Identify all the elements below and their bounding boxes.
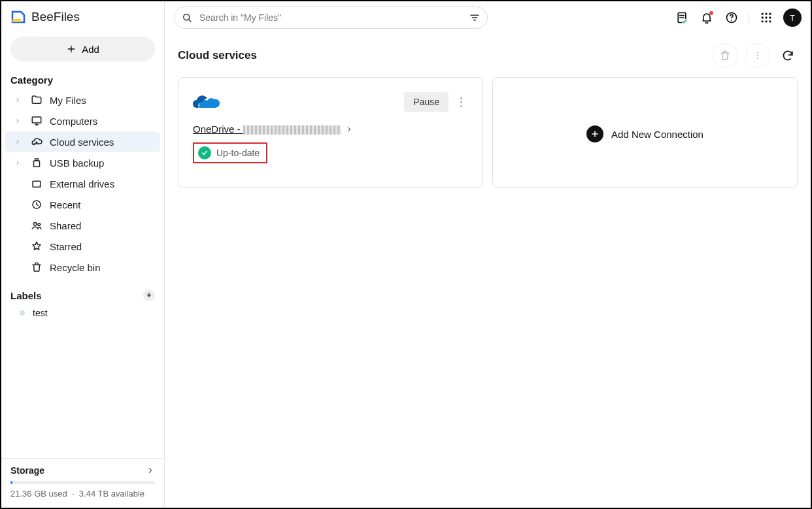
delete-button[interactable]	[713, 43, 737, 68]
category-nav: My FilesComputersCloud servicesUSB backu…	[1, 90, 164, 278]
svg-point-17	[762, 16, 764, 18]
refresh-button[interactable]	[778, 46, 798, 65]
sidebar-item-label: USB backup	[50, 157, 104, 169]
svg-point-22	[769, 20, 771, 22]
add-connection-card[interactable]: Add New Connection	[492, 77, 798, 188]
sidebar-item-folder[interactable]: My Files	[5, 90, 160, 110]
monitor-icon	[30, 114, 43, 127]
sidebar-item-label: Recent	[50, 199, 81, 210]
chevron-right-icon	[14, 97, 24, 103]
sidebar-item-clock[interactable]: Recent	[5, 194, 160, 215]
check-icon	[198, 146, 211, 159]
svg-point-21	[765, 20, 767, 22]
search-input[interactable]	[198, 12, 464, 24]
storage-text: 21.36 GB used · 3.44 TB available	[10, 488, 155, 500]
tasks-icon[interactable]	[674, 10, 690, 25]
main: T Cloud services	[165, 1, 811, 508]
svg-point-18	[765, 16, 767, 18]
search-icon	[181, 12, 193, 24]
brand[interactable]: BeeFiles	[1, 5, 164, 31]
storage-title: Storage	[10, 465, 44, 476]
cloud-icon	[30, 135, 43, 148]
add-button[interactable]: Add	[10, 37, 155, 61]
sidebar-item-monitor[interactable]: Computers	[5, 110, 160, 131]
disk-icon	[30, 177, 43, 190]
sidebar-item-label: Recycle bin	[50, 262, 101, 273]
sidebar-item-trash[interactable]: Recycle bin	[5, 257, 160, 278]
topbar-actions: T	[674, 8, 802, 27]
sidebar: BeeFiles Add Category My FilesComputersC…	[1, 1, 165, 508]
sidebar-item-label: External drives	[50, 178, 114, 189]
clock-icon	[30, 198, 43, 211]
service-title[interactable]: OneDrive -	[193, 123, 468, 135]
pause-button[interactable]: Pause	[404, 92, 448, 112]
sidebar-item-label: My Files	[50, 95, 86, 106]
sidebar-item-people[interactable]: Shared	[5, 215, 160, 236]
storage-panel: Storage 21.36 GB used · 3.44 TB availabl…	[1, 458, 164, 508]
trash-icon	[30, 261, 43, 274]
svg-point-25	[757, 57, 758, 59]
status-text: Up-to-date	[216, 148, 260, 158]
svg-point-8	[38, 223, 41, 226]
label-color-dot	[20, 310, 25, 316]
people-icon	[30, 219, 43, 232]
sidebar-item-usb[interactable]: USB backup	[5, 152, 160, 173]
chevron-right-icon	[14, 118, 24, 124]
page-title: Cloud services	[178, 49, 257, 62]
svg-point-16	[769, 13, 771, 15]
avatar[interactable]: T	[783, 8, 802, 27]
svg-point-5	[39, 185, 40, 186]
chevron-right-icon	[14, 139, 24, 145]
service-name-link[interactable]: OneDrive -	[193, 123, 341, 135]
svg-point-7	[34, 223, 37, 226]
svg-point-24	[757, 55, 758, 56]
folder-icon	[30, 93, 43, 107]
sync-status: Up-to-date	[193, 142, 267, 163]
label-item[interactable]: test	[1, 304, 164, 322]
redacted-account	[243, 125, 341, 135]
add-label-button[interactable]: +	[143, 289, 155, 301]
star-icon	[30, 240, 43, 253]
more-button[interactable]	[745, 43, 770, 68]
sidebar-item-label: Starred	[50, 241, 82, 252]
notification-dot	[709, 11, 713, 15]
sidebar-item-label: Shared	[50, 220, 81, 231]
svg-point-9	[184, 14, 190, 20]
svg-rect-4	[33, 181, 41, 187]
notification-icon[interactable]	[699, 10, 715, 25]
storage-chevron-icon[interactable]	[146, 466, 155, 475]
label-name: test	[33, 308, 48, 318]
topbar: T	[165, 1, 811, 34]
add-button-label: Add	[82, 44, 99, 55]
brand-name: BeeFiles	[31, 10, 80, 24]
labels-header: Labels	[10, 290, 42, 301]
app-logo-icon	[10, 9, 26, 25]
cloud-service-card[interactable]: Pause OneDrive - Up-to-date	[178, 77, 483, 188]
svg-point-20	[762, 20, 764, 22]
filter-icon[interactable]	[469, 12, 481, 24]
svg-rect-2	[34, 161, 40, 167]
chevron-right-icon	[345, 125, 353, 133]
sidebar-item-disk[interactable]: External drives	[5, 173, 160, 194]
labels-list: test	[1, 304, 164, 322]
category-header: Category	[1, 71, 164, 90]
apps-icon[interactable]	[758, 10, 774, 25]
svg-point-19	[769, 16, 771, 18]
sidebar-item-label: Computers	[50, 116, 97, 127]
plus-icon	[66, 44, 76, 54]
onedrive-icon	[193, 92, 222, 112]
storage-progress	[10, 481, 155, 484]
sidebar-item-star[interactable]: Starred	[5, 236, 160, 257]
search-box[interactable]	[174, 7, 488, 29]
svg-point-14	[762, 13, 764, 15]
svg-rect-1	[32, 117, 41, 123]
help-icon[interactable]	[724, 10, 739, 25]
card-more-button[interactable]	[454, 95, 468, 110]
svg-rect-0	[12, 19, 21, 22]
chevron-right-icon	[14, 159, 24, 166]
plus-circle-icon	[586, 125, 603, 142]
sidebar-item-cloud[interactable]: Cloud services	[5, 131, 160, 152]
svg-point-15	[765, 13, 767, 15]
svg-rect-3	[35, 159, 39, 161]
svg-point-13	[731, 20, 732, 21]
